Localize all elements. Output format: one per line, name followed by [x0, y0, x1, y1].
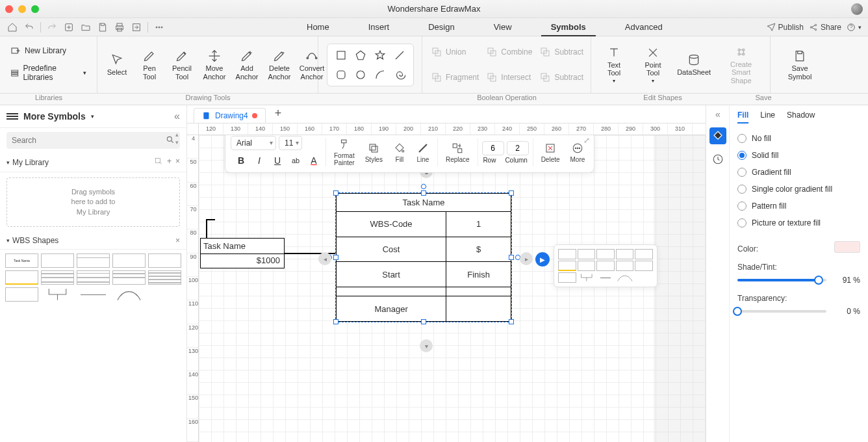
- circle-shape-icon[interactable]: [352, 66, 369, 83]
- resize-handle[interactable]: [421, 319, 426, 324]
- fill-tab[interactable]: Fill: [737, 110, 748, 124]
- line-shape-icon[interactable]: [391, 47, 408, 64]
- pen-tool[interactable]: Pen Tool: [135, 46, 164, 83]
- next-shape-button[interactable]: ▶: [535, 252, 550, 266]
- save-icon[interactable]: [97, 21, 108, 33]
- fill-option-single-gradient[interactable]: Single color gradient fill: [737, 181, 860, 198]
- wbs-connector-bracket[interactable]: [41, 287, 74, 302]
- color-swatch[interactable]: [834, 241, 860, 253]
- export-icon[interactable]: [131, 21, 142, 33]
- collapse-panel-icon[interactable]: «: [174, 110, 180, 122]
- table-cell[interactable]: $: [446, 237, 511, 262]
- wbs-connector-curve[interactable]: [112, 287, 146, 302]
- close-window-icon[interactable]: [5, 5, 13, 13]
- drop-area[interactable]: Drag symbols here to add to My Library: [6, 177, 180, 227]
- styles-button[interactable]: Styles: [361, 142, 387, 163]
- more-icon[interactable]: [153, 21, 165, 33]
- wbs-shape[interactable]: [148, 254, 181, 268]
- delete-anchor-tool[interactable]: Delete Anchor: [265, 46, 294, 83]
- star-shape-icon[interactable]: [372, 47, 389, 64]
- add-anchor-tool[interactable]: Add Anchor: [233, 46, 261, 83]
- close-wbs-icon[interactable]: ×: [175, 236, 180, 245]
- menu-advanced[interactable]: Advanced: [606, 18, 682, 36]
- shape-option[interactable]: [635, 249, 653, 259]
- table-cell[interactable]: [446, 296, 511, 322]
- shape-palette[interactable]: [327, 44, 414, 86]
- delete-button[interactable]: Delete: [537, 142, 564, 163]
- menu-home[interactable]: Home: [287, 18, 349, 36]
- resize-handle[interactable]: [333, 190, 338, 196]
- wbs-shape[interactable]: [112, 254, 146, 268]
- shape-option[interactable]: [596, 249, 615, 259]
- fill-option-gradient[interactable]: Gradient fill: [737, 164, 860, 181]
- shape-option[interactable]: [596, 272, 615, 283]
- col-count-input[interactable]: [507, 141, 529, 155]
- hint-down-icon[interactable]: ▾: [420, 339, 433, 352]
- font-size-select[interactable]: 11: [279, 136, 302, 150]
- wbs-shape[interactable]: Task Name: [5, 254, 38, 268]
- wbs-shape[interactable]: [41, 254, 74, 268]
- predefine-libraries-button[interactable]: Predefine Libraries▾: [6, 61, 90, 84]
- shape-option[interactable]: [558, 272, 576, 283]
- table-cell[interactable]: [337, 287, 446, 296]
- canvas[interactable]: Arial 11 B I U ab A Format Painter: [199, 135, 706, 442]
- table-title[interactable]: Task Name: [337, 194, 511, 212]
- move-anchor-tool[interactable]: Move Anchor: [200, 46, 229, 83]
- shape-option[interactable]: [558, 249, 576, 259]
- new-library-button[interactable]: New Library: [6, 43, 90, 58]
- resize-handle[interactable]: [333, 319, 338, 324]
- undo-icon[interactable]: [23, 21, 35, 33]
- datasheet-tool[interactable]: DataSheet: [674, 50, 713, 79]
- wbs-shape[interactable]: [5, 270, 38, 285]
- help-button[interactable]: ▾: [847, 23, 862, 32]
- resize-handle[interactable]: [333, 255, 338, 260]
- window-controls[interactable]: [5, 5, 39, 13]
- shape-option[interactable]: [596, 261, 615, 271]
- shadow-tab[interactable]: Shadow: [787, 110, 815, 124]
- add-document-button[interactable]: +: [268, 104, 288, 123]
- case-button[interactable]: ab: [288, 153, 303, 168]
- line-button[interactable]: Line: [413, 142, 433, 163]
- transparency-slider[interactable]: [737, 310, 826, 313]
- task-box[interactable]: Task Name $1000: [200, 238, 285, 268]
- square-shape-icon[interactable]: [333, 47, 350, 64]
- expand-right-icon[interactable]: »: [715, 110, 721, 121]
- selected-table[interactable]: Task Name WBS-Code1 Cost$ StartFinish Ma…: [335, 192, 512, 322]
- save-symbol-tool[interactable]: Save Symbol: [784, 46, 816, 83]
- resize-handle[interactable]: [509, 255, 514, 260]
- more-symbols-title[interactable]: More Symbols: [23, 111, 86, 122]
- fill-option-pattern[interactable]: Pattern fill: [737, 198, 860, 214]
- table-cell[interactable]: Finish: [446, 262, 511, 287]
- wbs-shape[interactable]: [41, 270, 74, 285]
- pentagon-shape-icon[interactable]: [352, 47, 369, 64]
- font-color-button[interactable]: A: [306, 153, 322, 168]
- connection-point[interactable]: [420, 183, 427, 190]
- wbs-shape[interactable]: [77, 254, 110, 268]
- roundrect-shape-icon[interactable]: [333, 66, 350, 83]
- shape-option[interactable]: [635, 261, 653, 271]
- point-tool[interactable]: Point Tool▾: [635, 43, 670, 86]
- search-input[interactable]: [6, 132, 180, 149]
- arc-shape-icon[interactable]: [372, 66, 389, 83]
- shape-option[interactable]: [616, 261, 634, 271]
- history-panel-icon[interactable]: [709, 151, 726, 168]
- wbs-shapes-header[interactable]: ▾ WBS Shapes ×: [0, 232, 186, 250]
- resize-handle[interactable]: [509, 190, 514, 196]
- wbs-connector-line[interactable]: [77, 287, 110, 302]
- mylibrary-header[interactable]: ▾ My Library + ×: [0, 153, 186, 172]
- bold-button[interactable]: B: [233, 153, 249, 168]
- open-icon[interactable]: [80, 21, 92, 33]
- shape-option[interactable]: [616, 249, 634, 259]
- italic-button[interactable]: I: [251, 153, 267, 168]
- wbs-shape[interactable]: [148, 270, 181, 285]
- add-lib-icon[interactable]: +: [167, 157, 172, 168]
- line-tab[interactable]: Line: [760, 110, 775, 124]
- avatar[interactable]: [851, 3, 863, 15]
- table-cell[interactable]: Manager: [337, 296, 446, 322]
- document-tab[interactable]: Drawing4: [194, 108, 266, 123]
- shade-slider[interactable]: [737, 279, 826, 281]
- menu-design[interactable]: Design: [409, 18, 474, 36]
- shape-option[interactable]: [578, 249, 596, 259]
- table-cell[interactable]: Cost: [337, 237, 446, 262]
- share-button[interactable]: Share: [809, 23, 841, 32]
